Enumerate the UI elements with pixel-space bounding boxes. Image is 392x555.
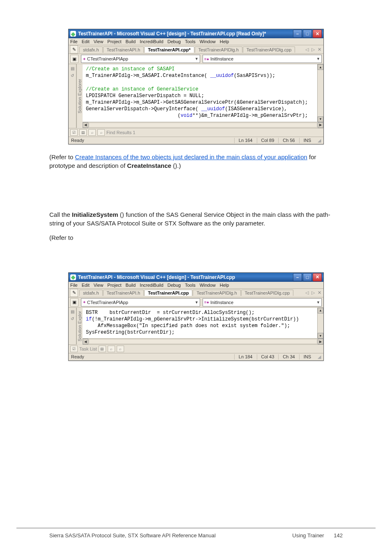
resize-grip-icon[interactable]: ◢ bbox=[318, 354, 321, 360]
menu-build[interactable]: Build bbox=[126, 39, 136, 44]
scroll-track[interactable] bbox=[89, 123, 317, 128]
code-editor[interactable]: //Create an instance of SASAPI m_Trainer… bbox=[83, 64, 323, 122]
tab-header[interactable]: TestTrainerAPI.h bbox=[103, 46, 144, 53]
page-footer: Sierra SAS/SATA Protocol Suite, STX Soft… bbox=[16, 532, 376, 539]
panel-icon[interactable]: ⌕ bbox=[108, 346, 115, 352]
method-dropdown[interactable]: ≡● InitInstance ▼ bbox=[203, 55, 322, 63]
panel-icon[interactable]: ⌕ bbox=[88, 129, 96, 136]
method-dropdown[interactable]: ≡● InitInstance ▼ bbox=[203, 298, 322, 307]
menu-incredibuild[interactable]: IncrediBuild bbox=[140, 283, 163, 288]
menu-tools[interactable]: Tools bbox=[185, 39, 196, 44]
gutter-icon[interactable]: ↺ bbox=[69, 316, 75, 322]
scroll-right-icon[interactable]: ▶ bbox=[318, 339, 323, 344]
toolbar-icon[interactable]: ✎ bbox=[70, 289, 78, 297]
method-icon: ≡● bbox=[204, 300, 209, 304]
find-results-tab[interactable]: Find Results 1 bbox=[106, 130, 135, 135]
titlebar[interactable]: ◆ TestTrainerAPI - Microsoft Visual C++ … bbox=[69, 273, 323, 282]
chevron-down-icon: ▼ bbox=[195, 57, 198, 61]
titlebar[interactable]: ◆ TestTrainerAPI - Microsoft Visual C++ … bbox=[69, 29, 323, 38]
maximize-button[interactable]: □ bbox=[303, 273, 312, 281]
close-button[interactable]: ✕ bbox=[313, 30, 322, 38]
tab-dlg-h[interactable]: TestTrainerAPIDlg.h bbox=[193, 290, 240, 296]
close-button[interactable]: ✕ bbox=[313, 273, 322, 281]
menu-view[interactable]: View bbox=[94, 39, 104, 44]
menu-incredibuild[interactable]: IncrediBuild bbox=[140, 39, 163, 44]
minimize-button[interactable]: – bbox=[293, 273, 302, 281]
scroll-right-icon[interactable]: ▶ bbox=[318, 122, 323, 128]
solution-explorer-tab[interactable]: Solution Explorer bbox=[76, 64, 83, 128]
tab-header[interactable]: TestTrainerAPI.h bbox=[103, 290, 144, 296]
menu-edit[interactable]: Edit bbox=[82, 39, 90, 44]
tab-dlg-cpp[interactable]: TestTrainerAPIDlg.cpp bbox=[243, 46, 295, 53]
panel-icon[interactable]: ▤ bbox=[99, 346, 106, 352]
horizontal-scrollbar[interactable]: ◀ ▶ bbox=[83, 122, 323, 128]
left-gutter: ▤ ↺ bbox=[69, 308, 76, 345]
vertical-scrollbar[interactable]: ▲ ▼ bbox=[317, 64, 323, 122]
panel-icon[interactable]: ⌕ bbox=[117, 346, 124, 352]
scroll-down-icon[interactable]: ▼ bbox=[318, 116, 323, 122]
tab-active-cpp[interactable]: TestTrainerAPI.cpp* bbox=[144, 46, 194, 53]
scroll-left-icon[interactable]: ◀ bbox=[83, 339, 88, 344]
menu-file[interactable]: File bbox=[70, 283, 78, 288]
scope-bar: ▣ ✦ CTestTrainerAPIApp ▼ ≡● InitInstance… bbox=[69, 297, 323, 308]
paragraph: (Refer to Create Instances of the two ob… bbox=[49, 153, 343, 170]
gutter-icon[interactable]: ▤ bbox=[69, 65, 75, 71]
tab-dlg-cpp[interactable]: TestTrainerAPIDlg.cpp bbox=[241, 290, 294, 296]
menu-view[interactable]: View bbox=[94, 283, 104, 288]
scope-icon[interactable]: ▣ bbox=[70, 298, 78, 307]
tab-stdafx[interactable]: stdafx.h bbox=[79, 46, 103, 53]
class-dropdown[interactable]: ✦ CTestTrainerAPIApp ▼ bbox=[81, 298, 200, 307]
code-editor[interactable]: BSTR bstrCurrentDir = strCurrentDir.Allo… bbox=[83, 308, 323, 339]
maximize-button[interactable]: □ bbox=[303, 30, 312, 38]
class-dropdown[interactable]: ✦ CTestTrainerAPIApp ▼ bbox=[81, 55, 200, 63]
vertical-scrollbar[interactable]: ▲ ▼ bbox=[317, 308, 323, 339]
scroll-down-icon[interactable]: ▼ bbox=[318, 333, 323, 339]
toolbar-icon[interactable]: ✎ bbox=[70, 45, 78, 53]
tab-stdafx[interactable]: stdafx.h bbox=[79, 290, 103, 296]
cross-reference-link[interactable]: Create Instances of the two objects just… bbox=[75, 153, 307, 160]
chevron-down-icon: ▼ bbox=[316, 300, 320, 304]
paragraph: (Refer to bbox=[49, 233, 343, 242]
left-gutter: ▤ ↺ bbox=[69, 64, 76, 128]
tab-nav-controls[interactable]: ◁ ▷ ✕ bbox=[305, 290, 322, 295]
footer-section: Using Trainer bbox=[292, 532, 324, 539]
menu-window[interactable]: Window bbox=[200, 39, 216, 44]
vs-window-2: ◆ TestTrainerAPI - Microsoft Visual C++ … bbox=[68, 272, 324, 361]
menu-build[interactable]: Build bbox=[126, 283, 136, 288]
menu-debug[interactable]: Debug bbox=[168, 283, 181, 288]
solution-explorer-tab[interactable]: Solution Explor bbox=[76, 308, 83, 345]
menu-file[interactable]: File bbox=[70, 39, 78, 44]
gutter-icon[interactable]: ▤ bbox=[69, 309, 75, 315]
tab-dlg-h[interactable]: TestTrainerAPIDlg.h bbox=[195, 46, 242, 53]
horizontal-scrollbar[interactable]: ◀ ▶ bbox=[83, 338, 323, 344]
paragraph: Call the InitializeSystem () function of… bbox=[49, 210, 343, 228]
minimize-button[interactable]: – bbox=[293, 30, 302, 38]
panel-icon[interactable]: ▤ bbox=[79, 129, 87, 136]
status-bar: Ready Ln 184 Col 43 Ch 34 INS ◢ bbox=[69, 353, 323, 360]
method-name: InitInstance bbox=[210, 56, 233, 61]
scroll-up-icon[interactable]: ▲ bbox=[318, 64, 323, 70]
menu-help[interactable]: Help bbox=[220, 283, 229, 288]
gutter-icon[interactable]: ↺ bbox=[69, 72, 75, 78]
menu-edit[interactable]: Edit bbox=[82, 283, 90, 288]
panel-icon[interactable]: ⌕ bbox=[97, 129, 105, 136]
scroll-track[interactable] bbox=[89, 339, 317, 344]
output-icon[interactable]: ☑ bbox=[70, 129, 78, 136]
class-name: CTestTrainerAPIApp bbox=[87, 56, 128, 61]
menu-help[interactable]: Help bbox=[220, 39, 229, 44]
tab-active-cpp[interactable]: TestTrainerAPI.cpp bbox=[144, 290, 192, 296]
menu-project[interactable]: Project bbox=[107, 39, 121, 44]
menu-window[interactable]: Window bbox=[200, 283, 216, 288]
output-icon[interactable]: ☑ bbox=[70, 346, 78, 352]
menu-project[interactable]: Project bbox=[107, 283, 121, 288]
scroll-left-icon[interactable]: ◀ bbox=[83, 122, 88, 128]
resize-grip-icon[interactable]: ◢ bbox=[318, 138, 321, 143]
scroll-up-icon[interactable]: ▲ bbox=[318, 308, 323, 313]
scope-icon[interactable]: ▣ bbox=[70, 55, 78, 63]
window-title: TestTrainerAPI - Microsoft Visual C++ [d… bbox=[78, 31, 293, 37]
status-col: Col 89 bbox=[257, 138, 279, 143]
tab-nav-controls[interactable]: ◁ ▷ ✕ bbox=[305, 47, 322, 52]
task-list-tab[interactable]: Task List bbox=[79, 346, 97, 351]
menu-debug[interactable]: Debug bbox=[168, 39, 181, 44]
menu-tools[interactable]: Tools bbox=[185, 283, 196, 288]
